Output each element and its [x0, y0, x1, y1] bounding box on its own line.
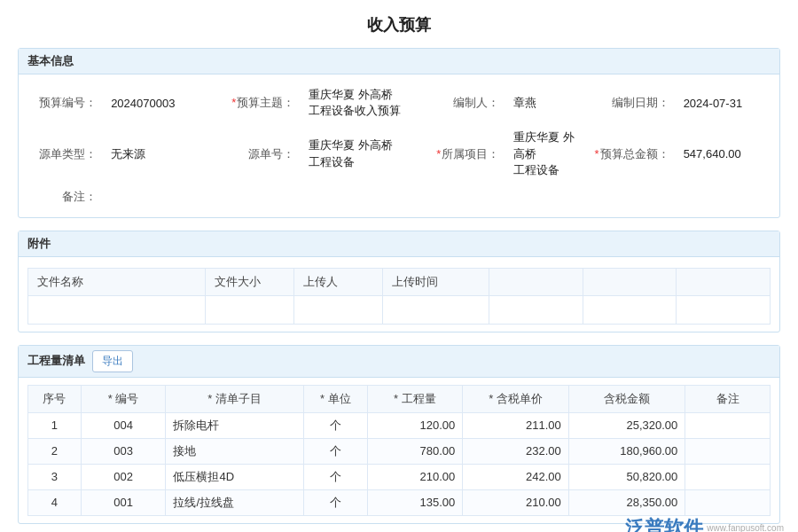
export-button[interactable]: 导出 [92, 350, 133, 372]
eng-cell-r4-c3: 拉线/拉线盘 [166, 489, 303, 515]
eng-cell-r1-c7: 25,320.00 [568, 412, 685, 438]
eng-cell-r3-c8 [685, 464, 771, 489]
eng-cell-r1-c2: 004 [81, 412, 166, 438]
label-edit-date: 编制日期： [582, 82, 676, 124]
eng-cell-r3-c4: 个 [303, 464, 367, 489]
attach-col-extra2 [583, 268, 677, 295]
eng-col-seq: 序号 [28, 385, 82, 412]
eng-cell-r4-c5: 135.00 [367, 489, 463, 515]
value-editor: 章燕 [506, 82, 582, 124]
label-project: *所属项目： [425, 124, 507, 184]
basic-info-section: 基本信息 预算编号： 2024070003 *预算主题： 重庆华夏 外高桥工程设… [18, 48, 780, 218]
eng-cell-r4-c8 [685, 489, 771, 515]
basic-info-header: 基本信息 [19, 49, 779, 74]
eng-cell-r4-c6: 210.00 [463, 489, 569, 515]
value-budget-subject: 重庆华夏 外高桥工程设备收入预算 [301, 82, 424, 124]
eng-col-unit: * 单位 [303, 385, 367, 412]
label-budget-subject: *预算主题： [217, 82, 302, 124]
attach-empty-uploader [294, 295, 383, 324]
eng-col-name: * 清单子目 [166, 385, 303, 412]
value-remark [104, 184, 771, 210]
eng-header-row: 序号 * 编号 * 清单子目 * 单位 * 工程量 * 含税单价 含税金额 备注 [28, 385, 771, 412]
attach-empty-3 [677, 295, 771, 324]
watermark: 泛普软件 www.fanpusoft.com [625, 515, 784, 532]
eng-col-remark: 备注 [685, 385, 771, 412]
eng-cell-r1-c5: 120.00 [367, 412, 463, 438]
attach-empty-1 [489, 295, 583, 324]
attach-col-extra3 [677, 268, 771, 295]
eng-cell-r4-c1: 4 [28, 489, 82, 515]
eng-cell-r4-c7: 28,350.00 [568, 489, 685, 515]
eng-cell-r3-c3: 低压横担4D [166, 464, 303, 489]
eng-cell-r2-c4: 个 [303, 438, 367, 464]
attach-empty-2 [583, 295, 677, 324]
eng-cell-r2-c3: 接地 [166, 438, 303, 464]
attach-empty-size [206, 295, 294, 324]
label-total-amount: *预算总金额： [582, 124, 676, 184]
eng-row-3: 3002低压横担4D个210.00242.0050,820.00 [28, 464, 771, 489]
engineering-table: 序号 * 编号 * 清单子目 * 单位 * 工程量 * 含税单价 含税金额 备注… [27, 385, 771, 516]
eng-cell-r1-c4: 个 [303, 412, 367, 438]
eng-cell-r2-c1: 2 [28, 438, 82, 464]
info-row-1: 预算编号： 2024070003 *预算主题： 重庆华夏 外高桥工程设备收入预算… [27, 82, 771, 124]
attachment-section: 附件 文件名称 文件大小 上传人 上传时间 [18, 231, 780, 332]
eng-cell-r3-c1: 3 [28, 464, 82, 489]
attach-col-extra1 [489, 268, 583, 295]
info-row-2: 源单类型： 无来源 源单号： 重庆华夏 外高桥工程设备 *所属项目： 重庆华夏 … [27, 124, 771, 184]
attach-col-uploader: 上传人 [294, 268, 383, 295]
attach-empty-name [28, 295, 206, 324]
eng-cell-r4-c4: 个 [303, 489, 367, 515]
eng-col-code: * 编号 [81, 385, 166, 412]
engineering-header: 工程量清单 导出 [19, 346, 779, 378]
attach-col-name: 文件名称 [28, 268, 206, 295]
eng-cell-r1-c3: 拆除电杆 [166, 412, 303, 438]
label-editor: 编制人： [425, 82, 507, 124]
value-edit-date: 2024-07-31 [677, 82, 771, 124]
eng-row-2: 2003接地个780.00232.00180,960.00 [28, 438, 771, 464]
eng-col-unit-price: * 含税单价 [463, 385, 569, 412]
attach-empty-time [383, 295, 489, 324]
basic-info-label: 基本信息 [27, 53, 74, 69]
attach-col-size: 文件大小 [206, 268, 294, 295]
eng-cell-r2-c2: 003 [81, 438, 166, 464]
attachment-label: 附件 [27, 236, 51, 252]
eng-cell-r1-c8 [685, 412, 771, 438]
eng-cell-r1-c6: 211.00 [463, 412, 569, 438]
label-remark: 备注： [27, 184, 104, 210]
basic-info-table: 预算编号： 2024070003 *预算主题： 重庆华夏 外高桥工程设备收入预算… [27, 82, 771, 210]
label-source-type: 源单类型： [27, 124, 104, 184]
eng-cell-r2-c6: 232.00 [463, 438, 569, 464]
engineering-body: 序号 * 编号 * 清单子目 * 单位 * 工程量 * 含税单价 含税金额 备注… [19, 378, 779, 523]
eng-cell-r3-c6: 242.00 [463, 464, 569, 489]
eng-col-qty: * 工程量 [367, 385, 463, 412]
info-row-remark: 备注： [27, 184, 771, 210]
eng-cell-r4-c2: 001 [81, 489, 166, 515]
eng-cell-r2-c7: 180,960.00 [568, 438, 685, 464]
attach-col-time: 上传时间 [383, 268, 489, 295]
value-budget-no: 2024070003 [104, 82, 217, 124]
eng-cell-r3-c7: 50,820.00 [568, 464, 685, 489]
basic-info-body: 预算编号： 2024070003 *预算主题： 重庆华夏 外高桥工程设备收入预算… [19, 74, 779, 217]
eng-row-4: 4001拉线/拉线盘个135.00210.0028,350.00 [28, 489, 771, 515]
attach-empty-row [28, 295, 771, 324]
eng-cell-r2-c8 [685, 438, 771, 464]
eng-cell-r3-c2: 002 [81, 464, 166, 489]
attach-header-row: 文件名称 文件大小 上传人 上传时间 [28, 268, 771, 295]
attachment-header: 附件 [19, 231, 779, 257]
attachment-table: 文件名称 文件大小 上传人 上传时间 [27, 268, 771, 325]
watermark-url: www.fanpusoft.com [707, 523, 784, 532]
eng-cell-r3-c5: 210.00 [367, 464, 463, 489]
value-total-amount: 547,640.00 [677, 124, 771, 184]
value-project: 重庆华夏 外高桥工程设备 [506, 124, 582, 184]
value-source-no: 重庆华夏 外高桥工程设备 [301, 124, 424, 184]
engineering-section: 工程量清单 导出 序号 * 编号 * 清单子目 * 单位 * 工程量 * 含税单… [18, 345, 780, 524]
page-title: 收入预算 [18, 14, 780, 35]
watermark-icon: 泛普软件 [625, 515, 703, 532]
eng-row-1: 1004拆除电杆个120.00211.0025,320.00 [28, 412, 771, 438]
label-source-no: 源单号： [217, 124, 302, 184]
label-budget-no: 预算编号： [27, 82, 104, 124]
eng-cell-r1-c1: 1 [28, 412, 82, 438]
value-source-type: 无来源 [104, 124, 217, 184]
engineering-label: 工程量清单 [27, 353, 85, 369]
attachment-body: 文件名称 文件大小 上传人 上传时间 [19, 257, 779, 332]
